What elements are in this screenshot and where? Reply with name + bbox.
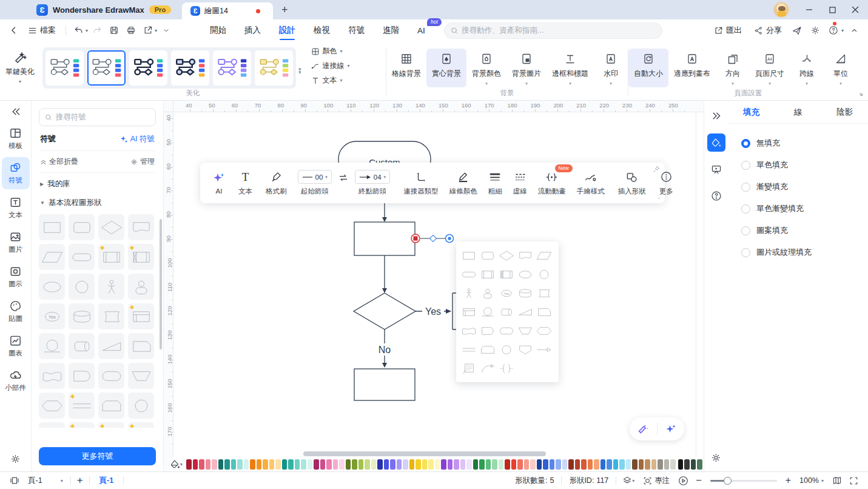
popup-shape-rrect[interactable] [478,246,497,265]
color-swatch[interactable] [224,459,230,470]
share-button[interactable]: 分享 [749,22,787,38]
color-swatch[interactable] [658,459,663,470]
help-panel-tab[interactable] [707,187,725,205]
color-swatch[interactable] [619,459,625,470]
help-caret[interactable]: ▾ [841,28,844,33]
color-swatch[interactable] [524,459,530,470]
color-swatch[interactable] [206,459,211,470]
text-button[interactable]: T 文本 [233,170,258,196]
color-swatch[interactable] [415,459,421,470]
undo-button[interactable] [71,22,87,38]
color-swatch[interactable] [326,459,332,470]
shape-invtrap[interactable] [128,363,154,389]
menu-設計[interactable]: 設計 [271,21,303,39]
format-tab-陰影[interactable]: 陰影 [821,107,868,118]
shape-wedge[interactable] [98,333,124,359]
color-swatch[interactable] [537,459,542,470]
collapse-ribbon-chevron[interactable] [846,22,862,38]
page-pagesize-button[interactable]: A4頁面尺寸▾ [750,49,790,87]
popup-shape-table[interactable] [459,303,478,322]
shape-stadium[interactable] [69,244,95,270]
color-swatch[interactable] [575,459,580,470]
fill-bucket-icon[interactable]: ▾ [170,459,183,470]
colors-dropdown[interactable]: 顏色▾ [311,46,350,56]
my-library-section[interactable]: ▶我的庫 [39,173,156,192]
theme-preset-2[interactable] [87,50,126,86]
send-plane-icon[interactable] [789,22,805,38]
shape-dlines[interactable] [69,393,95,419]
popup-shape-braces[interactable] [497,359,516,378]
flow-process-2[interactable] [354,369,415,400]
color-swatch[interactable] [397,459,402,470]
shape-yes[interactable]: Yes [39,303,65,329]
color-swatch[interactable] [314,459,319,470]
popup-shape-doc[interactable] [516,246,534,265]
theme-preset-4[interactable] [171,50,209,86]
layers-icon[interactable]: ▾ [619,476,638,485]
minimize-button[interactable] [800,1,818,19]
color-swatch[interactable] [466,459,472,470]
menu-ai[interactable]: AIhot [409,22,433,39]
color-swatch[interactable] [257,459,262,470]
popup-shape-rect[interactable] [459,246,478,265]
dash-style-button[interactable]: 虛線 [508,170,533,196]
color-swatch[interactable] [697,459,702,470]
color-swatch[interactable] [473,459,479,470]
popup-shape-hex[interactable] [534,322,553,340]
more-button[interactable]: 更多 [654,170,679,196]
popup-shape-predef[interactable] [478,265,497,284]
save-button[interactable] [106,22,122,38]
bg-bgimage-button[interactable]: 背景圖片▾ [506,49,547,87]
color-swatch[interactable] [530,459,536,470]
right-rail-gear-icon[interactable] [711,453,721,463]
color-swatch[interactable] [435,459,440,470]
popup-shape-diamond[interactable] [497,246,516,265]
shape-cyl[interactable] [69,303,95,329]
popup-shape-wedge[interactable] [516,303,534,322]
basic-flowchart-section[interactable]: ▼基本流程圖形狀 [39,192,156,211]
shape-xproc[interactable] [128,244,154,270]
popup-shape-hcyl[interactable] [497,303,516,322]
color-swatch[interactable] [308,459,313,470]
shape-rrect[interactable] [69,214,95,240]
zoom-slider-knob[interactable] [724,477,732,485]
zoom-out-button[interactable]: − [692,475,705,486]
color-swatch[interactable] [607,459,612,470]
color-swatch[interactable] [613,459,619,470]
color-swatch[interactable] [358,459,364,470]
fill-option[interactable]: 圖案填充 [741,220,868,241]
close-button[interactable] [846,1,864,19]
shape-arc[interactable] [128,422,154,428]
connector-dropdown[interactable]: 連接線▾ [311,61,350,71]
shape-sniprect[interactable] [98,393,124,419]
color-swatch[interactable] [295,459,300,470]
popup-shape-para[interactable] [534,246,553,265]
color-swatch[interactable] [691,459,696,470]
popup-shape-circle[interactable] [497,340,516,359]
flow-process-1[interactable] [354,222,415,255]
pin-icon[interactable] [653,166,660,173]
color-swatch[interactable] [568,459,574,470]
color-swatch[interactable] [543,459,548,470]
connector-type-button[interactable]: 連接器類型 [398,170,444,196]
help-button[interactable] [826,22,841,38]
color-swatch[interactable] [460,459,466,470]
flow-animation-button[interactable]: New 流動動畫 [533,170,571,196]
sidebar-item-chart[interactable]: 圖表 [2,330,30,362]
popup-shape-person[interactable] [478,284,497,303]
page-unit-button[interactable]: 單位▾ [824,49,858,87]
color-swatch[interactable] [448,459,453,470]
sidebar-item-image[interactable]: 圖片 [2,226,30,258]
color-swatch[interactable] [339,459,345,470]
shape-circle[interactable] [69,274,95,300]
color-swatch[interactable] [588,459,593,470]
popup-shape-flag[interactable] [459,322,478,340]
flow-decision[interactable] [354,293,415,329]
color-swatch[interactable] [193,459,198,470]
maximize-button[interactable] [823,1,841,19]
shape-loopc[interactable] [39,333,65,359]
quick-share-icon[interactable] [140,22,156,38]
color-swatch[interactable] [684,459,690,470]
color-swatch[interactable] [384,459,389,470]
popup-shape-dlines[interactable] [459,340,478,359]
